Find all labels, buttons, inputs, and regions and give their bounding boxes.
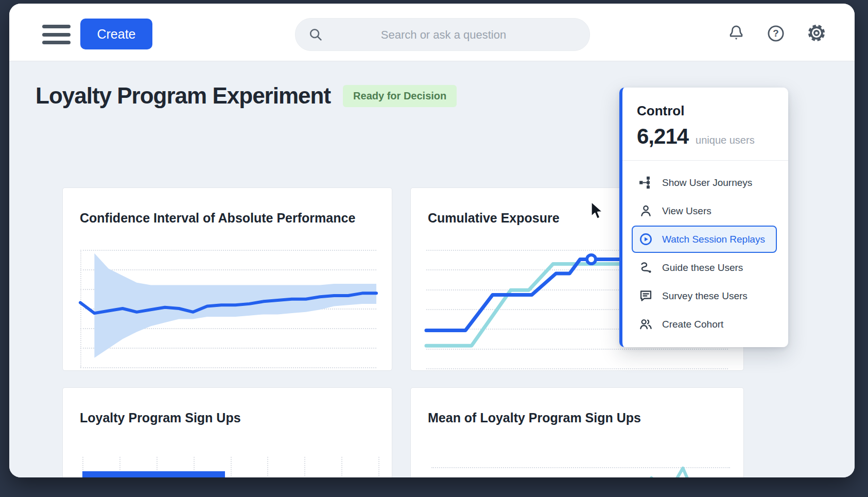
page-header: Loyalty Program Experiment Ready for Dec…: [36, 83, 457, 109]
menu-item-watch-session-replays[interactable]: Watch Session Replays: [632, 226, 777, 253]
svg-text:?: ?: [773, 28, 778, 39]
mean-signups-chart[interactable]: [431, 467, 730, 477]
status-badge: Ready for Decision: [343, 85, 457, 107]
menu-icon: [42, 25, 71, 28]
variant-name: Control: [637, 103, 775, 119]
app-window: Create ?: [9, 4, 855, 477]
chart-title: Loyalty Program Sign Ups: [80, 410, 241, 425]
menu-item-guide-these-users[interactable]: Guide these Users: [632, 254, 777, 281]
bell-icon: [727, 24, 745, 42]
signups-bar-chart[interactable]: 10.1%14.8%: [82, 457, 378, 477]
popup-header: Control 6,214 unique users: [622, 88, 788, 160]
menu-icon: [42, 41, 71, 44]
create-cohort-icon: [639, 317, 653, 331]
session-replays-icon: [639, 232, 653, 246]
top-navigation-bar: Create ?: [9, 4, 855, 61]
unique-users-row: 6,214 unique users: [637, 124, 775, 149]
menu-item-label: Watch Session Replays: [662, 234, 765, 245]
card-signups-bars: Loyalty Program Sign Ups 10.1%14.8%: [62, 387, 392, 477]
menu-icon: [42, 33, 71, 37]
gridline-horizontal: [426, 368, 728, 369]
bar-row: 10.1%: [82, 471, 378, 477]
create-button[interactable]: Create: [80, 19, 152, 49]
popup-menu: Show User Journeys View Users: [622, 161, 788, 347]
unique-users-value: 6,214: [637, 124, 688, 149]
menu-item-label: Survey these Users: [662, 290, 748, 302]
chart-title: Mean of Loyalty Program Sign Ups: [428, 410, 641, 425]
card-confidence-interval: Confidence Interval of Absolute Performa…: [62, 187, 392, 371]
menu-item-label: View Users: [662, 205, 711, 217]
bar[interactable]: [82, 471, 225, 477]
menu-item-label: Create Cohort: [662, 319, 723, 330]
settings-gear-icon: [807, 23, 826, 43]
series-line-variant-mean: [431, 468, 730, 477]
chart-canvas: [431, 467, 730, 477]
variant-context-popup: Control 6,214 unique users S: [619, 88, 788, 347]
guide-users-icon: [639, 261, 653, 275]
desktop-backdrop: Create ?: [0, 0, 868, 497]
user-journeys-icon: [639, 176, 653, 190]
help-button[interactable]: ?: [767, 24, 785, 43]
gridline-vertical: [378, 457, 379, 477]
unique-users-label: unique users: [696, 134, 755, 146]
page-title: Loyalty Program Experiment: [36, 83, 331, 109]
menu-item-label: Guide these Users: [662, 262, 743, 273]
help-icon: ?: [767, 24, 785, 43]
confidence-interval-chart[interactable]: [80, 250, 376, 367]
menu-item-view-users[interactable]: View Users: [632, 197, 777, 225]
search-input[interactable]: [296, 19, 592, 52]
chart-title: Confidence Interval of Absolute Performa…: [80, 211, 355, 226]
card-mean-signups: Mean of Loyalty Program Sign Ups: [410, 387, 744, 477]
hamburger-menu-button[interactable]: [42, 25, 71, 44]
menu-item-show-user-journeys[interactable]: Show User Journeys: [632, 169, 777, 196]
chart-title: Cumulative Exposure: [428, 211, 560, 226]
menu-item-label: Show User Journeys: [662, 177, 752, 188]
settings-button[interactable]: [807, 23, 826, 43]
survey-users-icon: [639, 289, 653, 303]
view-users-icon: [639, 204, 653, 218]
bar-group: 10.1%14.8%: [82, 471, 378, 477]
gridline-horizontal: [80, 367, 376, 368]
menu-item-create-cohort[interactable]: Create Cohort: [632, 311, 777, 338]
search-bar: [295, 18, 590, 51]
menu-item-survey-these-users[interactable]: Survey these Users: [632, 282, 777, 310]
notifications-button[interactable]: [727, 24, 745, 42]
chart-canvas: [80, 250, 376, 367]
